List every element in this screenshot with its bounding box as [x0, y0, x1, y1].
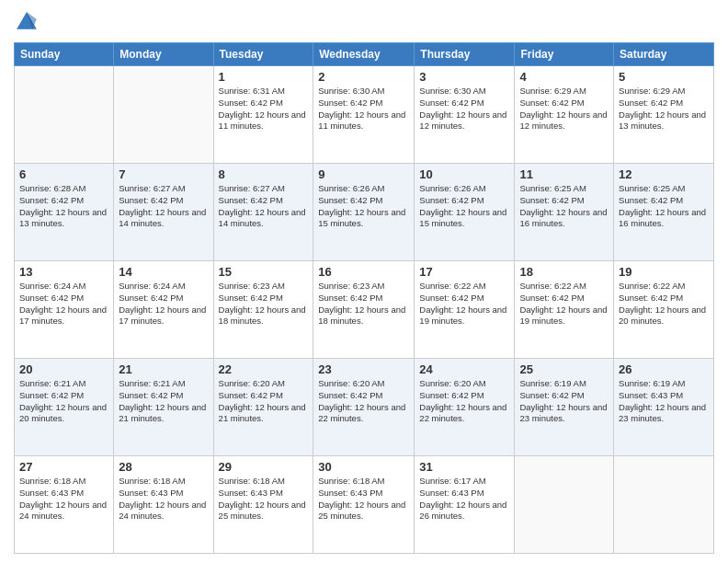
- weekday-header-row: SundayMondayTuesdayWednesdayThursdayFrid…: [15, 43, 714, 66]
- day-number: 25: [519, 362, 609, 376]
- day-info: Sunrise: 6:30 AMSunset: 6:42 PMDaylight:…: [419, 86, 509, 132]
- calendar-day-cell: 8Sunrise: 6:27 AMSunset: 6:42 PMDaylight…: [213, 164, 313, 261]
- day-info: Sunrise: 6:23 AMSunset: 6:42 PMDaylight:…: [219, 281, 309, 327]
- day-number: 21: [119, 362, 208, 376]
- calendar-day-cell: 3Sunrise: 6:30 AMSunset: 6:42 PMDaylight…: [415, 66, 515, 164]
- calendar-day-cell: [614, 456, 714, 554]
- day-info: Sunrise: 6:18 AMSunset: 6:43 PMDaylight:…: [19, 476, 108, 523]
- calendar-day-cell: 13Sunrise: 6:24 AMSunset: 6:42 PMDayligh…: [15, 261, 114, 359]
- day-number: 1: [219, 70, 309, 84]
- day-number: 31: [419, 460, 509, 474]
- day-number: 2: [318, 70, 409, 84]
- day-number: 23: [318, 362, 409, 376]
- day-info: Sunrise: 6:20 AMSunset: 6:42 PMDaylight:…: [318, 378, 409, 425]
- day-number: 10: [419, 167, 509, 181]
- day-info: Sunrise: 6:30 AMSunset: 6:42 PMDaylight:…: [318, 86, 409, 132]
- day-info: Sunrise: 6:24 AMSunset: 6:42 PMDaylight:…: [119, 281, 208, 327]
- weekday-header-wednesday: Wednesday: [313, 43, 415, 66]
- calendar-day-cell: 7Sunrise: 6:27 AMSunset: 6:42 PMDaylight…: [114, 164, 213, 261]
- day-info: Sunrise: 6:22 AMSunset: 6:42 PMDaylight:…: [519, 281, 609, 327]
- day-number: 3: [419, 70, 509, 84]
- day-info: Sunrise: 6:27 AMSunset: 6:42 PMDaylight:…: [119, 183, 208, 230]
- day-info: Sunrise: 6:21 AMSunset: 6:42 PMDaylight:…: [119, 378, 208, 425]
- day-info: Sunrise: 6:20 AMSunset: 6:42 PMDaylight:…: [419, 378, 509, 425]
- day-info: Sunrise: 6:20 AMSunset: 6:42 PMDaylight:…: [219, 378, 309, 425]
- weekday-header-monday: Monday: [114, 43, 213, 66]
- day-number: 4: [519, 70, 609, 84]
- calendar-day-cell: 23Sunrise: 6:20 AMSunset: 6:42 PMDayligh…: [313, 359, 415, 456]
- calendar-day-cell: 27Sunrise: 6:18 AMSunset: 6:43 PMDayligh…: [15, 456, 114, 554]
- day-number: 30: [318, 460, 409, 474]
- calendar-table: SundayMondayTuesdayWednesdayThursdayFrid…: [14, 42, 714, 554]
- calendar-week-row: 13Sunrise: 6:24 AMSunset: 6:42 PMDayligh…: [15, 261, 714, 359]
- calendar-day-cell: 6Sunrise: 6:28 AMSunset: 6:42 PMDaylight…: [15, 164, 114, 261]
- day-info: Sunrise: 6:25 AMSunset: 6:42 PMDaylight:…: [519, 183, 609, 230]
- calendar-day-cell: 11Sunrise: 6:25 AMSunset: 6:42 PMDayligh…: [515, 164, 614, 261]
- calendar-day-cell: 28Sunrise: 6:18 AMSunset: 6:43 PMDayligh…: [114, 456, 213, 554]
- day-number: 16: [318, 265, 409, 279]
- day-number: 11: [519, 167, 609, 181]
- calendar-day-cell: 31Sunrise: 6:17 AMSunset: 6:43 PMDayligh…: [415, 456, 515, 554]
- weekday-header-thursday: Thursday: [415, 43, 515, 66]
- calendar-day-cell: 16Sunrise: 6:23 AMSunset: 6:42 PMDayligh…: [313, 261, 415, 359]
- day-number: 9: [318, 167, 409, 181]
- day-number: 15: [219, 265, 309, 279]
- day-number: 6: [19, 167, 108, 181]
- calendar-week-row: 27Sunrise: 6:18 AMSunset: 6:43 PMDayligh…: [15, 456, 714, 554]
- day-info: Sunrise: 6:31 AMSunset: 6:42 PMDaylight:…: [219, 86, 309, 132]
- calendar-day-cell: 25Sunrise: 6:19 AMSunset: 6:42 PMDayligh…: [515, 359, 614, 456]
- day-number: 24: [419, 362, 509, 376]
- calendar-day-cell: 24Sunrise: 6:20 AMSunset: 6:42 PMDayligh…: [415, 359, 515, 456]
- calendar-day-cell: 26Sunrise: 6:19 AMSunset: 6:43 PMDayligh…: [614, 359, 714, 456]
- day-info: Sunrise: 6:18 AMSunset: 6:43 PMDaylight:…: [219, 476, 309, 523]
- calendar-day-cell: [515, 456, 614, 554]
- calendar-day-cell: 19Sunrise: 6:22 AMSunset: 6:42 PMDayligh…: [614, 261, 714, 359]
- day-number: 20: [19, 362, 108, 376]
- day-number: 26: [619, 362, 709, 376]
- calendar-day-cell: 30Sunrise: 6:18 AMSunset: 6:43 PMDayligh…: [313, 456, 415, 554]
- calendar-day-cell: 21Sunrise: 6:21 AMSunset: 6:42 PMDayligh…: [114, 359, 213, 456]
- day-number: 18: [519, 265, 609, 279]
- day-info: Sunrise: 6:26 AMSunset: 6:42 PMDaylight:…: [419, 183, 509, 230]
- calendar-week-row: 20Sunrise: 6:21 AMSunset: 6:42 PMDayligh…: [15, 359, 714, 456]
- day-info: Sunrise: 6:21 AMSunset: 6:42 PMDaylight:…: [19, 378, 108, 425]
- day-info: Sunrise: 6:18 AMSunset: 6:43 PMDaylight:…: [119, 476, 208, 523]
- day-number: 22: [219, 362, 309, 376]
- calendar-day-cell: 15Sunrise: 6:23 AMSunset: 6:42 PMDayligh…: [213, 261, 313, 359]
- weekday-header-tuesday: Tuesday: [213, 43, 313, 66]
- calendar-day-cell: 4Sunrise: 6:29 AMSunset: 6:42 PMDaylight…: [515, 66, 614, 164]
- day-info: Sunrise: 6:26 AMSunset: 6:42 PMDaylight:…: [318, 183, 409, 230]
- day-info: Sunrise: 6:29 AMSunset: 6:42 PMDaylight:…: [519, 86, 609, 132]
- day-info: Sunrise: 6:24 AMSunset: 6:42 PMDaylight:…: [19, 281, 108, 327]
- weekday-header-sunday: Sunday: [15, 43, 114, 66]
- calendar-day-cell: 10Sunrise: 6:26 AMSunset: 6:42 PMDayligh…: [415, 164, 515, 261]
- page: SundayMondayTuesdayWednesdayThursdayFrid…: [0, 0, 728, 563]
- calendar-day-cell: 14Sunrise: 6:24 AMSunset: 6:42 PMDayligh…: [114, 261, 213, 359]
- calendar-day-cell: 29Sunrise: 6:18 AMSunset: 6:43 PMDayligh…: [213, 456, 313, 554]
- calendar-week-row: 1Sunrise: 6:31 AMSunset: 6:42 PMDaylight…: [15, 66, 714, 164]
- day-info: Sunrise: 6:23 AMSunset: 6:42 PMDaylight:…: [318, 281, 409, 327]
- calendar-day-cell: [15, 66, 114, 164]
- calendar-day-cell: 5Sunrise: 6:29 AMSunset: 6:42 PMDaylight…: [614, 66, 714, 164]
- day-number: 12: [619, 167, 709, 181]
- day-number: 14: [119, 265, 208, 279]
- logo: [14, 9, 43, 35]
- day-info: Sunrise: 6:19 AMSunset: 6:42 PMDaylight:…: [519, 378, 609, 425]
- day-number: 8: [219, 167, 309, 181]
- day-number: 7: [119, 167, 208, 181]
- day-info: Sunrise: 6:22 AMSunset: 6:42 PMDaylight:…: [419, 281, 509, 327]
- day-info: Sunrise: 6:25 AMSunset: 6:42 PMDaylight:…: [619, 183, 709, 230]
- day-number: 17: [419, 265, 509, 279]
- calendar-day-cell: 12Sunrise: 6:25 AMSunset: 6:42 PMDayligh…: [614, 164, 714, 261]
- day-number: 27: [19, 460, 108, 474]
- calendar-day-cell: [114, 66, 213, 164]
- day-number: 29: [219, 460, 309, 474]
- day-info: Sunrise: 6:18 AMSunset: 6:43 PMDaylight:…: [318, 476, 409, 523]
- day-info: Sunrise: 6:27 AMSunset: 6:42 PMDaylight:…: [219, 183, 309, 230]
- calendar-day-cell: 2Sunrise: 6:30 AMSunset: 6:42 PMDaylight…: [313, 66, 415, 164]
- day-info: Sunrise: 6:22 AMSunset: 6:42 PMDaylight:…: [619, 281, 709, 327]
- weekday-header-saturday: Saturday: [614, 43, 714, 66]
- day-number: 5: [619, 70, 709, 84]
- calendar-day-cell: 18Sunrise: 6:22 AMSunset: 6:42 PMDayligh…: [515, 261, 614, 359]
- generalblue-logo-icon: [14, 9, 40, 35]
